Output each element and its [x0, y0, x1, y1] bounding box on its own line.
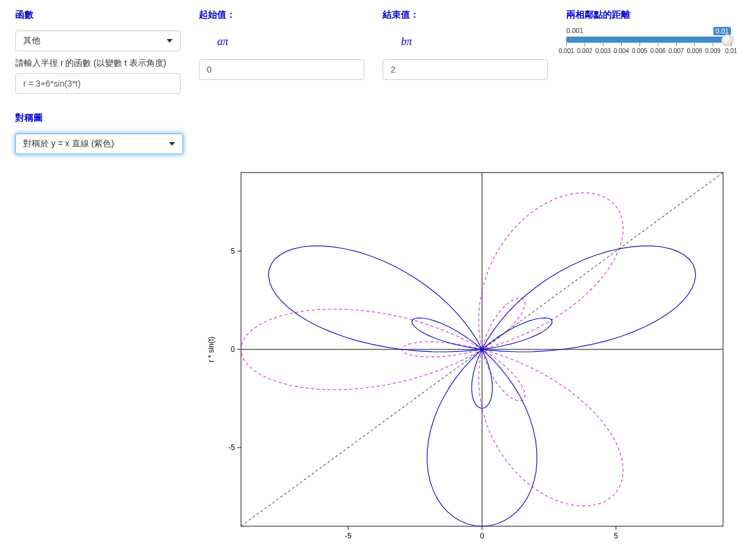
slider-tick-label: 0.007 — [669, 48, 684, 54]
start-math-label: aπ — [217, 35, 364, 48]
svg-text:0: 0 — [480, 532, 484, 540]
function-label: 函數 — [15, 9, 181, 21]
svg-text:0: 0 — [231, 345, 235, 354]
slider-tick-label: 0.002 — [577, 48, 592, 54]
chevron-down-icon — [169, 142, 175, 146]
svg-text:-5: -5 — [228, 443, 235, 452]
svg-text:5: 5 — [614, 532, 618, 540]
slider-label: 兩相鄰點的距離 — [566, 9, 747, 21]
start-label: 起始值： — [199, 9, 364, 21]
function-select-value: 其他 — [23, 35, 40, 47]
end-label: 結束值： — [383, 9, 548, 21]
chevron-down-icon — [167, 39, 173, 43]
slider-tick-labels: 0.0010.0020.0030.0040.0050.0060.0070.008… — [566, 48, 731, 56]
polar-plot: -505-505r * cos(t)r * sin(t) — [198, 166, 747, 550]
slider-track[interactable] — [566, 37, 731, 43]
function-help-text: 請輸入半徑 r 的函數 (以變數 t 表示角度) — [15, 57, 181, 70]
slider-tick-label: 0.005 — [632, 48, 647, 54]
function-input[interactable] — [15, 73, 181, 94]
slider-tick-label: 0.008 — [687, 48, 702, 54]
svg-text:-5: -5 — [345, 532, 351, 540]
end-math-label: bπ — [401, 35, 548, 48]
symmetry-label: 對稱圖 — [15, 112, 183, 124]
slider-tick-label: 0.01 — [725, 48, 737, 54]
slider-tick-label: 0.006 — [650, 48, 666, 54]
function-select[interactable]: 其他 — [15, 30, 181, 51]
slider-ticks — [566, 43, 731, 48]
slider-tick-label: 0.003 — [596, 48, 611, 54]
end-value-input[interactable] — [383, 59, 548, 80]
slider-tick-label: 0.004 — [614, 48, 629, 54]
svg-text:5: 5 — [231, 246, 235, 255]
slider-min-label: 0.001 — [566, 27, 583, 35]
slider-tick-label: 0.001 — [559, 48, 574, 54]
slider-tick-label: 0.009 — [705, 48, 721, 54]
svg-text:r * sin(t): r * sin(t) — [207, 337, 215, 362]
start-value-input[interactable] — [199, 59, 364, 80]
step-slider[interactable]: 0.001 0.01 0.0010.0020.0030.0040.0050.00… — [566, 27, 731, 56]
symmetry-select-value: 對稱於 y = x 直線 (紫色) — [23, 138, 114, 150]
symmetry-select[interactable]: 對稱於 y = x 直線 (紫色) — [15, 134, 183, 154]
